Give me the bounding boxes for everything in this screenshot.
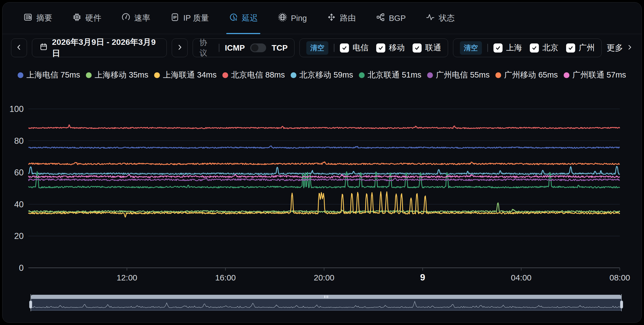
city-clear-button[interactable]: 清空 bbox=[460, 41, 482, 55]
date-range-button[interactable]: 2026年3月9日 - 2026年3月9日 bbox=[32, 38, 167, 57]
tab-label: 摘要 bbox=[36, 13, 52, 24]
legend-marker bbox=[222, 72, 228, 78]
svg-text:08:00: 08:00 bbox=[609, 273, 630, 282]
tab-延迟[interactable]: 24延迟 bbox=[226, 2, 260, 34]
tab-BGP[interactable]: BGP bbox=[373, 2, 408, 34]
operator-clear-button[interactable]: 清空 bbox=[306, 41, 328, 55]
checkbox-checked[interactable] bbox=[413, 43, 422, 53]
divider bbox=[487, 44, 488, 52]
protocol-option-icmp[interactable]: ICMP bbox=[225, 43, 245, 53]
more-label: 更多 bbox=[607, 42, 623, 54]
tab-速率[interactable]: 速率 bbox=[119, 2, 153, 34]
filter-checkbox-联通[interactable]: 联通 bbox=[413, 42, 441, 53]
divider bbox=[219, 44, 219, 52]
legend-marker bbox=[18, 72, 23, 78]
chevron-right-icon bbox=[626, 43, 633, 53]
legend-item-广州联通[interactable]: 广州联通 57ms bbox=[564, 70, 626, 81]
tab-label: BGP bbox=[389, 14, 406, 23]
tab-状态[interactable]: 状态 bbox=[423, 2, 457, 34]
tab-label: IP 质量 bbox=[183, 13, 209, 24]
legend-item-上海联通[interactable]: 上海联通 34ms bbox=[154, 70, 217, 81]
protocol-toggle[interactable] bbox=[250, 43, 266, 52]
prev-date-button[interactable] bbox=[11, 38, 27, 57]
legend-item-广州移动[interactable]: 广州移动 65ms bbox=[495, 70, 558, 81]
checkbox-label: 联通 bbox=[425, 42, 441, 53]
tab-硬件[interactable]: 硬件 bbox=[70, 2, 104, 34]
legend-label: 北京电信 88ms bbox=[231, 70, 285, 81]
svg-text:9: 9 bbox=[420, 272, 425, 282]
legend-item-北京电信[interactable]: 北京电信 88ms bbox=[222, 70, 285, 81]
legend-marker bbox=[154, 72, 160, 78]
more-button[interactable]: 更多 bbox=[607, 38, 633, 57]
datazoom-slider[interactable] bbox=[31, 295, 621, 311]
slider-grip-icon bbox=[324, 296, 328, 298]
slider-right-handle[interactable] bbox=[620, 301, 623, 309]
tab-Ping[interactable]: Ping bbox=[275, 2, 309, 34]
gauge-icon bbox=[121, 12, 131, 24]
checkbox-checked[interactable] bbox=[340, 43, 349, 53]
calendar-icon bbox=[39, 43, 48, 53]
summary-icon bbox=[23, 12, 33, 24]
checkbox-label: 电信 bbox=[353, 42, 369, 53]
filter-checkbox-上海[interactable]: 上海 bbox=[493, 42, 522, 53]
checkbox-label: 北京 bbox=[542, 42, 558, 53]
legend-marker bbox=[86, 72, 92, 78]
svg-text:40: 40 bbox=[14, 200, 24, 209]
protocol-option-tcp[interactable]: TCP bbox=[272, 43, 288, 53]
checkbox-checked[interactable] bbox=[376, 43, 385, 53]
tab-摘要[interactable]: 摘要 bbox=[21, 2, 55, 34]
svg-text:IP: IP bbox=[173, 15, 177, 20]
chip-icon bbox=[72, 12, 82, 24]
chevron-right-icon bbox=[176, 44, 183, 52]
svg-text:20:00: 20:00 bbox=[314, 273, 334, 282]
latency-chart[interactable]: 12:0016:0020:00904:0008:00020406080100 bbox=[0, 93, 644, 286]
operator-filter-group: 清空 电信移动联通 bbox=[299, 38, 448, 57]
svg-text:60: 60 bbox=[14, 168, 24, 177]
tab-IP 质量[interactable]: IPIP 质量 bbox=[168, 2, 211, 34]
checkbox-checked[interactable] bbox=[530, 43, 539, 53]
legend-label: 上海电信 75ms bbox=[26, 70, 80, 81]
svg-text:24: 24 bbox=[233, 18, 237, 21]
svg-text:80: 80 bbox=[14, 136, 24, 146]
filter-checkbox-电信[interactable]: 电信 bbox=[340, 42, 369, 53]
legend-item-北京联通[interactable]: 北京联通 51ms bbox=[359, 70, 421, 81]
checkbox-checked[interactable] bbox=[566, 43, 575, 53]
protocol-label: 协议 bbox=[200, 37, 213, 58]
tab-label: Ping bbox=[291, 14, 307, 23]
svg-text:04:00: 04:00 bbox=[511, 273, 531, 282]
operator-checkbox-list: 电信移动联通 bbox=[340, 42, 441, 53]
svg-text:12:00: 12:00 bbox=[117, 273, 137, 282]
legend-item-北京移动[interactable]: 北京移动 59ms bbox=[291, 70, 353, 81]
slider-left-handle[interactable] bbox=[29, 301, 32, 309]
checkbox-label: 移动 bbox=[389, 42, 405, 53]
filter-checkbox-移动[interactable]: 移动 bbox=[376, 42, 405, 53]
slider-preview[interactable] bbox=[31, 299, 621, 311]
legend-item-广州电信[interactable]: 广州电信 55ms bbox=[427, 70, 490, 81]
chart-legend: 上海电信 75ms上海移动 35ms上海联通 34ms北京电信 88ms北京移动… bbox=[18, 69, 640, 81]
date-range-label: 2026年3月9日 - 2026年3月9日 bbox=[52, 37, 159, 59]
tab-label: 延迟 bbox=[242, 13, 258, 24]
slider-move-bar[interactable] bbox=[31, 295, 621, 299]
city-checkbox-list: 上海北京广州 bbox=[493, 42, 595, 53]
next-date-button[interactable] bbox=[172, 38, 188, 57]
legend-item-上海电信[interactable]: 上海电信 75ms bbox=[18, 70, 80, 81]
ip-icon: IP bbox=[170, 12, 180, 24]
filter-checkbox-广州[interactable]: 广州 bbox=[566, 42, 595, 53]
divider bbox=[334, 44, 334, 52]
tab-路由[interactable]: 路由 bbox=[324, 2, 358, 34]
svg-text:0: 0 bbox=[19, 263, 24, 273]
globe-icon bbox=[278, 12, 287, 24]
tab-label: 路由 bbox=[340, 13, 356, 24]
legend-item-上海移动[interactable]: 上海移动 35ms bbox=[86, 70, 148, 81]
filter-checkbox-北京[interactable]: 北京 bbox=[530, 42, 558, 53]
legend-marker bbox=[291, 72, 296, 78]
protocol-group: 协议 ICMP TCP bbox=[193, 38, 294, 57]
legend-label: 上海移动 35ms bbox=[95, 70, 148, 81]
svg-text:20: 20 bbox=[14, 231, 24, 241]
slider-minimap bbox=[31, 299, 621, 310]
checkbox-checked[interactable] bbox=[493, 43, 503, 53]
route-icon bbox=[327, 12, 336, 24]
checkbox-label: 广州 bbox=[579, 42, 595, 53]
topology-icon bbox=[376, 12, 385, 24]
legend-label: 北京移动 59ms bbox=[299, 70, 353, 81]
